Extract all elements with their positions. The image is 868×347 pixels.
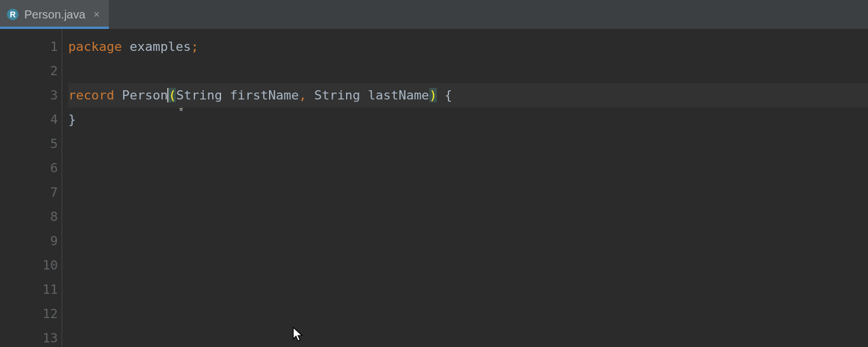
line-number: 11 bbox=[30, 278, 58, 302]
open-brace: { bbox=[444, 88, 452, 102]
line-number: 7 bbox=[30, 180, 58, 205]
param-type: String bbox=[176, 88, 222, 102]
code-line-active[interactable]: record Person(String firstName, String l… bbox=[68, 83, 868, 108]
line-number: 2 bbox=[30, 59, 58, 83]
keyword-package: package bbox=[68, 39, 122, 54]
keyword-record: record bbox=[68, 88, 114, 102]
param-name: lastName bbox=[368, 88, 429, 102]
semicolon: ; bbox=[191, 39, 198, 54]
code-line[interactable] bbox=[68, 180, 868, 205]
code-line[interactable] bbox=[68, 132, 868, 156]
open-paren: ( bbox=[168, 88, 176, 102]
code-line[interactable] bbox=[68, 59, 868, 83]
param-type: String bbox=[314, 88, 360, 102]
line-number: 9 bbox=[30, 229, 58, 253]
code-line[interactable] bbox=[68, 253, 868, 278]
line-number: 5 bbox=[30, 132, 58, 156]
line-number: 13 bbox=[30, 326, 58, 347]
line-number: 1 bbox=[30, 35, 58, 59]
line-number: 10 bbox=[30, 253, 58, 278]
package-name: examples bbox=[130, 39, 191, 54]
code-line[interactable] bbox=[68, 229, 868, 253]
code-line[interactable] bbox=[68, 326, 868, 347]
code-line[interactable] bbox=[68, 302, 868, 326]
code-line[interactable] bbox=[68, 278, 868, 302]
line-number-gutter: 1 2 3 4 5 6 7 8 9 10 11 12 13 bbox=[0, 29, 62, 347]
code-area[interactable]: package examples; record Person(String f… bbox=[62, 29, 868, 347]
type-name: Person bbox=[122, 88, 168, 102]
line-number: 3 bbox=[30, 83, 58, 108]
code-line[interactable] bbox=[68, 156, 868, 180]
close-icon[interactable]: × bbox=[94, 9, 100, 20]
line-number: 6 bbox=[30, 156, 58, 180]
line-number: 12 bbox=[30, 302, 58, 326]
code-line[interactable]: } bbox=[68, 108, 868, 132]
comma: , bbox=[299, 88, 306, 102]
code-editor[interactable]: 1 2 3 4 5 6 7 8 9 10 11 12 13 package ex… bbox=[0, 29, 868, 347]
record-file-icon: R bbox=[7, 9, 19, 20]
close-paren: ) bbox=[429, 88, 437, 102]
close-brace: } bbox=[68, 112, 76, 127]
tab-person-java[interactable]: R Person.java × bbox=[0, 0, 109, 29]
code-text bbox=[122, 39, 130, 54]
line-number: 4 bbox=[30, 108, 58, 132]
param-name: firstName bbox=[230, 88, 299, 102]
code-line[interactable] bbox=[68, 205, 868, 229]
tab-filename: Person.java bbox=[24, 8, 86, 21]
line-number: 8 bbox=[30, 205, 58, 229]
code-line[interactable]: package examples; bbox=[68, 35, 868, 59]
editor-tabstrip: R Person.java × bbox=[0, 0, 868, 29]
